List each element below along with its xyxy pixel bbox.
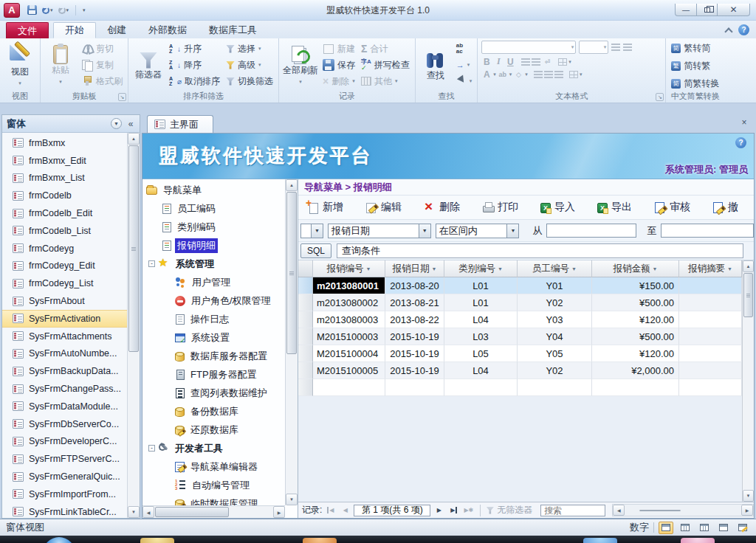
table-cell[interactable]: L03 xyxy=(444,328,518,345)
dialog-launcher-icon[interactable]: ↘ xyxy=(656,93,664,101)
column-filter-icon[interactable]: ▼ xyxy=(366,266,371,272)
nav-pane-item[interactable]: SysFrmActivation xyxy=(2,310,127,328)
view-button[interactable]: 视图▾ xyxy=(4,41,36,91)
align-center-icon[interactable] xyxy=(544,71,553,78)
table-cell[interactable]: m2013080001 xyxy=(313,277,385,294)
font-family-combo[interactable]: ▾ xyxy=(481,41,576,54)
tab-external-data[interactable]: 外部数据 xyxy=(137,22,198,38)
operator-combo[interactable]: 在区间内▼ xyxy=(436,224,520,238)
more-button[interactable]: 其他▾ xyxy=(360,74,411,89)
access-app-icon[interactable]: A xyxy=(4,3,20,18)
table-cell[interactable] xyxy=(679,345,742,362)
table-cell[interactable]: m2013080002 xyxy=(313,294,385,311)
datasheet-horizontal-scrollbar[interactable]: ◀ ▶ xyxy=(612,504,754,516)
dialog-launcher-icon[interactable]: ↘ xyxy=(118,93,126,101)
nav-pane-item[interactable]: SysFrmAbout xyxy=(2,292,127,310)
row-selector[interactable] xyxy=(298,311,313,328)
previous-record-button[interactable]: ◀ xyxy=(339,505,351,516)
criteria-box[interactable]: 查询条件 xyxy=(337,243,743,258)
tree-item[interactable]: -开发者工具 xyxy=(142,439,285,457)
nav-pane-item[interactable]: frmCodelb xyxy=(2,187,127,204)
new-record-button[interactable]: 新建 xyxy=(321,41,357,56)
table-cell[interactable]: 2015-10-19 xyxy=(385,328,444,345)
table-cell[interactable]: Y03 xyxy=(518,311,592,328)
column-header[interactable]: 员工编号▼ xyxy=(518,260,592,277)
gridlines-icon[interactable] xyxy=(569,71,578,78)
first-record-button[interactable]: ◀ xyxy=(324,505,337,516)
paste-button[interactable]: 粘贴▾ xyxy=(44,41,77,91)
redo-button[interactable]: ▾ xyxy=(58,7,69,14)
table-cell[interactable]: ¥120.00 xyxy=(592,345,679,362)
taskbar-app-icon[interactable] xyxy=(140,538,174,543)
increase-indent-icon[interactable] xyxy=(532,58,540,66)
tree-item[interactable]: 员工编码 xyxy=(142,199,285,218)
table-cell[interactable]: M2015100003 xyxy=(313,328,385,345)
collapse-ribbon-icon[interactable] xyxy=(724,27,732,35)
print-button[interactable]: 打印 xyxy=(482,201,518,214)
spell-check-button[interactable]: 字A✓拼写检查 xyxy=(360,58,411,72)
tree-item[interactable]: 导航菜单 xyxy=(142,181,285,199)
row-selector[interactable] xyxy=(298,328,313,345)
align-right-icon[interactable] xyxy=(554,71,563,78)
row-selector[interactable] xyxy=(298,294,313,311)
table-cell[interactable]: ¥2,000.00 xyxy=(592,362,679,379)
table-cell[interactable] xyxy=(592,379,679,396)
form-view-button[interactable] xyxy=(659,522,673,534)
selection-button[interactable]: 选择▾ xyxy=(224,41,275,56)
table-cell[interactable]: M2015100004 xyxy=(313,345,385,362)
design-view-button[interactable] xyxy=(735,522,750,534)
copy-button[interactable]: 复制 xyxy=(80,58,124,72)
tree-item[interactable]: 系统设置 xyxy=(142,328,285,347)
combo-dropdown-icon[interactable]: ▼ xyxy=(419,224,430,238)
scroll-down-icon[interactable]: ▼ xyxy=(286,494,298,505)
totals-button[interactable]: Σ合计 xyxy=(360,41,411,56)
filter-button[interactable]: 筛选器 xyxy=(132,41,165,91)
table-cell[interactable]: ¥120.00 xyxy=(592,311,679,328)
table-cell[interactable] xyxy=(679,328,742,345)
nav-pane-item[interactable]: SysFrmBackupData... xyxy=(2,362,127,380)
font-size-combo[interactable]: ▾ xyxy=(579,41,608,54)
table-cell[interactable]: 2015-10-19 xyxy=(385,345,444,362)
table-cell[interactable]: Y05 xyxy=(518,345,592,362)
tree-item[interactable]: 类别编码 xyxy=(142,218,285,236)
table-cell[interactable] xyxy=(313,379,385,396)
column-header[interactable]: 报销日期▼ xyxy=(385,260,444,277)
undo-button[interactable]: ▾ xyxy=(42,7,53,14)
table-cell[interactable]: 2015-10-19 xyxy=(385,362,444,379)
nav-pane-item[interactable]: frmCodelb_List xyxy=(2,222,127,240)
font-color-button[interactable]: A xyxy=(481,69,492,80)
italic-button[interactable]: I xyxy=(493,56,504,67)
datasheet-view-button[interactable] xyxy=(678,522,693,534)
table-cell[interactable]: L05 xyxy=(444,345,518,362)
tree-item[interactable]: 报销明细 xyxy=(142,236,285,255)
table-cell[interactable]: 2013-08-21 xyxy=(385,294,444,311)
import-button[interactable]: 导入 xyxy=(540,201,575,214)
save-button[interactable] xyxy=(27,5,37,15)
nav-pane-item[interactable]: frmCodeyg xyxy=(2,240,127,257)
table-cell[interactable] xyxy=(679,311,742,328)
help-icon[interactable]: ? xyxy=(738,24,749,35)
tree-horizontal-scrollbar[interactable]: ◀ ▶ xyxy=(142,505,285,518)
nav-pane-item[interactable]: SysFrmChangePass... xyxy=(2,380,127,398)
numbering-icon[interactable] xyxy=(623,44,632,51)
scroll-thumb[interactable] xyxy=(128,145,139,352)
nav-pane-item[interactable]: SysFrmLinkTableCr... xyxy=(2,503,127,518)
table-cell[interactable]: L01 xyxy=(444,294,518,311)
save-record-button[interactable]: 保存 xyxy=(321,58,357,72)
conversion-button[interactable]: 简简繁转换 xyxy=(670,76,721,91)
column-filter-icon[interactable]: ▼ xyxy=(498,266,503,272)
table-cell[interactable] xyxy=(679,277,742,294)
scroll-thumb[interactable] xyxy=(155,507,229,517)
delete-button[interactable]: 删除 xyxy=(424,201,460,214)
tab-home[interactable]: 开始 xyxy=(53,22,96,38)
tab-database-tools[interactable]: 数据库工具 xyxy=(198,22,268,38)
table-cell[interactable]: 2013-08-22 xyxy=(385,311,444,328)
logic-combo[interactable]: ▼ xyxy=(300,224,323,238)
tree-item[interactable]: 还原数据库 xyxy=(142,421,285,439)
delete-record-button[interactable]: ×删除▾ xyxy=(321,74,357,89)
underline-button[interactable]: U xyxy=(505,57,515,67)
nav-pane-item[interactable]: SysFrmAutoNumbe... xyxy=(2,345,127,363)
table-cell[interactable]: m2013080003 xyxy=(313,311,385,328)
record-search-input[interactable] xyxy=(540,505,605,516)
table-cell[interactable] xyxy=(385,379,444,396)
